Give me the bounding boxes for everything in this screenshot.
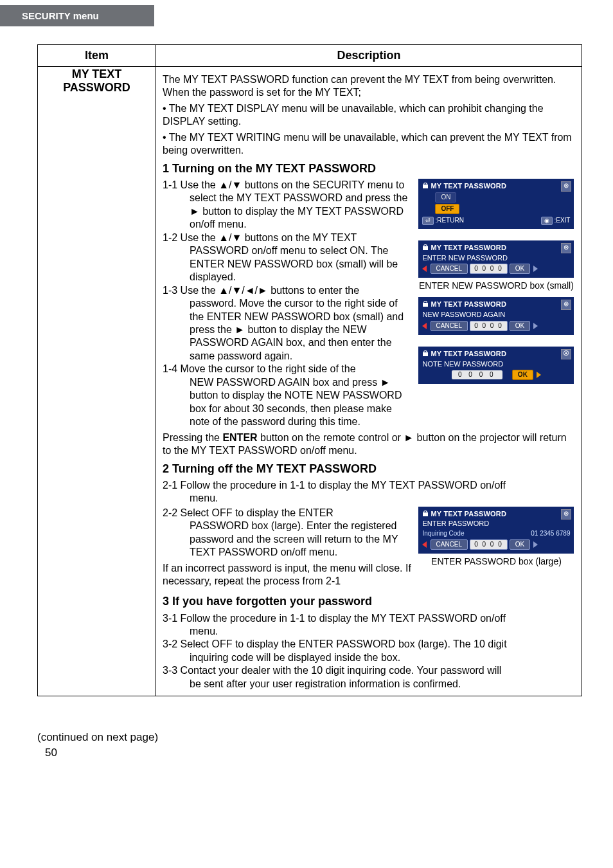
osd-on: ON bbox=[435, 192, 456, 203]
exit-key-icon: ◉ bbox=[541, 217, 553, 225]
step-1-4b: NEW PASSWORD AGAIN box and press ► butto… bbox=[163, 376, 412, 429]
osd-ok: OK bbox=[510, 539, 530, 550]
step-1-1b: select the MY TEXT PASSWORD and press th… bbox=[163, 192, 412, 231]
step-1-press-enter: Pressing the ENTER button on the remote … bbox=[163, 431, 575, 458]
description-cell: The MY TEXT PASSWORD function can preven… bbox=[156, 67, 582, 696]
osd-enter-new-label: ENTER NEW PASSWORD bbox=[422, 254, 570, 263]
step-2-2b: PASSWORD box (large). Enter the register… bbox=[163, 520, 412, 559]
item-line-2: PASSWORD bbox=[39, 81, 155, 95]
heading-1: 1 Turning on the MY TEXT PASSWORD bbox=[163, 161, 575, 176]
arrow-right-icon bbox=[533, 323, 538, 329]
lock-icon bbox=[422, 350, 429, 357]
lock-icon bbox=[422, 301, 429, 307]
lock-icon bbox=[422, 511, 429, 517]
description-table: Item Description MY TEXT PASSWORD The MY… bbox=[37, 44, 582, 696]
lock-icon bbox=[422, 244, 429, 251]
step-2-incorrect: If an incorrect password is input, the m… bbox=[163, 562, 412, 588]
osd-enter-password-large: ⊗ MY TEXT PASSWORD ENTER PASSWORD Inquir… bbox=[418, 507, 574, 554]
osd-cancel: CANCEL bbox=[431, 264, 468, 274]
close-icon: ⊗ bbox=[561, 243, 571, 253]
arrow-left-icon bbox=[422, 266, 427, 272]
inquiring-code-label: Inquiring Code bbox=[422, 530, 464, 538]
osd-digits: 0 0 0 0 bbox=[470, 539, 508, 550]
osd-ok: OK bbox=[510, 321, 530, 331]
step-3-2a: 3-2 Select OFF to display the ENTER PASS… bbox=[163, 638, 507, 649]
osd-enter-new: ⊗ MY TEXT PASSWORD ENTER NEW PASSWORD CA… bbox=[418, 240, 574, 278]
close-icon: ⊗ bbox=[561, 181, 571, 192]
arrow-right-icon bbox=[533, 266, 538, 272]
close-icon: ⊗ bbox=[561, 300, 571, 310]
osd-cancel: CANCEL bbox=[431, 321, 468, 331]
osd-title3: MY TEXT PASSWORD bbox=[431, 300, 506, 308]
close-icon: ⦿ bbox=[561, 349, 571, 359]
osd-onoff: ⊗ MY TEXT PASSWORD ON OFF ⏎:RETURN ◉:EXI… bbox=[418, 179, 574, 229]
osd-new-again: ⊗ MY TEXT PASSWORD NEW PASSWORD AGAIN CA… bbox=[418, 297, 574, 335]
osd-title5: MY TEXT PASSWORD bbox=[431, 510, 506, 518]
enter-bold: ENTER bbox=[222, 432, 257, 443]
step-2-1a: 2-1 Follow the procedure in 1-1 to displ… bbox=[163, 480, 506, 491]
step-1-2b: PASSWORD on/off menu to select ON. The E… bbox=[163, 244, 412, 284]
intro-3: • The MY TEXT WRITING menu will be unava… bbox=[163, 131, 575, 158]
step-1-4a: 1-4 Move the cursor to the right side of… bbox=[163, 363, 356, 374]
close-icon: ⊗ bbox=[561, 509, 571, 520]
step-1-3b: password. Move the cursor to the right s… bbox=[163, 297, 412, 363]
osd-cancel: CANCEL bbox=[431, 539, 468, 550]
osd-return: :RETURN bbox=[435, 217, 463, 224]
osd-note-new: ⦿ MY TEXT PASSWORD NOTE NEW PASSWORD 0 0… bbox=[418, 347, 574, 384]
return-key-icon: ⏎ bbox=[422, 217, 434, 225]
step-1-1a: 1-1 Use the ▲/▼ buttons on the SECURITY … bbox=[163, 179, 404, 190]
inquiring-code-value: 01 2345 6789 bbox=[531, 530, 570, 538]
osd-note-new-label: NOTE NEW PASSWORD bbox=[422, 360, 570, 369]
osd-ok: OK bbox=[510, 264, 530, 274]
heading-3: 3 If you have forgotten your password bbox=[163, 594, 575, 609]
step-3-1b: menu. bbox=[163, 625, 575, 638]
header-item: Item bbox=[38, 45, 156, 67]
arrow-left-icon bbox=[422, 541, 427, 548]
main-content: Item Description MY TEXT PASSWORD The MY… bbox=[0, 26, 613, 709]
step-2-2a: 2-2 Select OFF to display the ENTER bbox=[163, 507, 333, 518]
header-description: Description bbox=[156, 45, 582, 67]
section-tab: SECURITY menu bbox=[0, 5, 154, 26]
osd-digits: 0 0 0 0 bbox=[470, 321, 508, 331]
osd-ok: OK bbox=[512, 370, 533, 380]
osd-off: OFF bbox=[435, 204, 459, 214]
step-3-3a: 3-3 Contact your dealer with the 10 digi… bbox=[163, 665, 501, 676]
osd-enter-pw-label: ENTER PASSWORD bbox=[422, 520, 570, 529]
osd-digits: 0 0 0 0 bbox=[470, 264, 508, 274]
heading-2: 2 Turning off the MY TEXT PASSWORD bbox=[163, 462, 575, 476]
arrow-left-icon bbox=[422, 323, 427, 329]
item-line-1: MY TEXT bbox=[39, 68, 155, 81]
intro-1: The MY TEXT PASSWORD function can preven… bbox=[163, 73, 575, 100]
item-cell: MY TEXT PASSWORD bbox=[38, 67, 156, 696]
osd-title4: MY TEXT PASSWORD bbox=[431, 350, 506, 357]
intro-2: • The MY TEXT DISPLAY menu will be unava… bbox=[163, 102, 575, 129]
step-2-1b: menu. bbox=[163, 492, 575, 505]
osd-new-again-label: NEW PASSWORD AGAIN bbox=[422, 311, 570, 320]
step-3-1a: 3-1 Follow the procedure in 1-1 to displ… bbox=[163, 613, 506, 624]
osd-title2: MY TEXT PASSWORD bbox=[431, 244, 506, 251]
osd-title: MY TEXT PASSWORD bbox=[431, 182, 506, 190]
lock-icon bbox=[422, 183, 429, 189]
step-3-3b: be sent after your user registration inf… bbox=[163, 678, 575, 691]
arrow-right-icon bbox=[537, 372, 541, 378]
arrow-right-icon bbox=[533, 541, 538, 548]
step-1-3a: 1-3 Use the ▲/▼/◄/► buttons to enter the bbox=[163, 285, 359, 296]
page-number: 50 bbox=[45, 746, 613, 759]
caption-enter-new-small: ENTER NEW PASSWORD box (small) bbox=[418, 280, 574, 292]
caption-enter-pw-large: ENTER PASSWORD box (large) bbox=[418, 556, 574, 568]
step-3-2b: inquiring code will be displayed inside … bbox=[163, 651, 575, 664]
continued-note: (continued on next page) bbox=[37, 731, 613, 744]
step-1-2a: 1-2 Use the ▲/▼ buttons on the MY TEXT bbox=[163, 232, 357, 243]
osd-exit: :EXIT bbox=[554, 217, 570, 224]
osd-digits-plain: 0 0 0 0 bbox=[452, 370, 502, 379]
